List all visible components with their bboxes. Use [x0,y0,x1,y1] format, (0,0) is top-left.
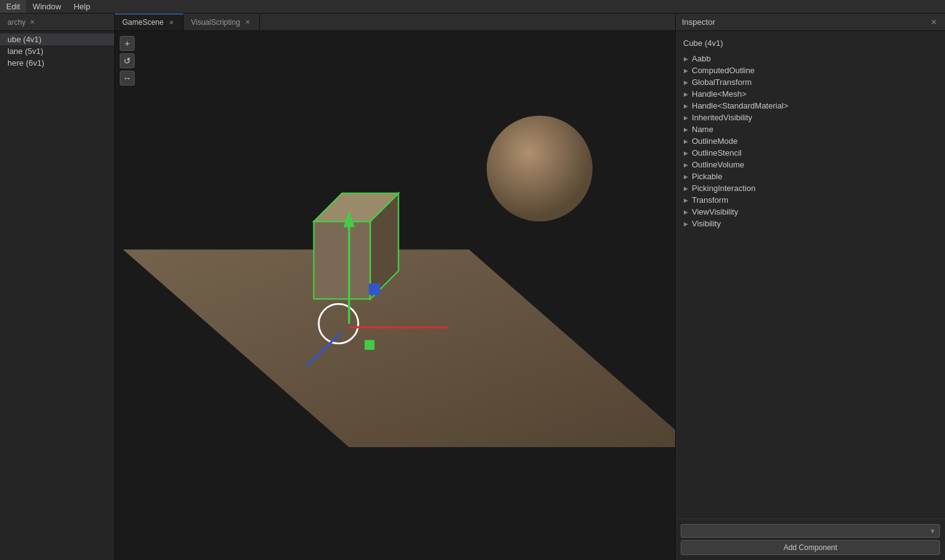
prop-label-outlinevolume: OutlineVolume [692,160,745,169]
prop-viewvisibility[interactable]: ▶ ViewVisibility [678,206,943,218]
toolbar-left: + ↺ ↔ [120,36,135,86]
prop-label-name: Name [692,125,714,134]
prop-label-inheritedvisibility: InheritedVisibility [692,113,752,122]
prop-pickinginteraction[interactable]: ▶ PickingInteraction [678,182,943,194]
inspector-title: Inspector [682,17,929,27]
prop-label-globaltransform: GlobalTransform [692,78,751,87]
prop-arrow-outlinemode: ▶ [682,138,689,145]
prop-arrow-computedoutline: ▶ [682,67,689,74]
inspector-panel: Inspector ✕ Cube (4v1) ▶ Aabb ▶ Computed… [675,14,945,560]
hierarchy-item-plane[interactable]: lane (5v1) [0,45,114,57]
menu-window[interactable]: Window [26,0,67,13]
prop-visibility[interactable]: ▶ Visibility [678,218,943,229]
hierarchy-tab-bar: archy ✕ [0,14,114,31]
inspector-content: Cube (4v1) ▶ Aabb ▶ ComputedOutline ▶ Gl… [676,31,945,518]
prop-computedoutline[interactable]: ▶ ComputedOutline [678,64,943,76]
move-button[interactable]: ↔ [120,71,135,86]
add-component-button[interactable]: Add Component [681,540,940,555]
menu-edit[interactable]: Edit [0,0,26,13]
inspector-close-icon[interactable]: ✕ [929,17,939,27]
prop-arrow-handlemesh: ▶ [682,91,689,98]
prop-inheritedvisibility[interactable]: ▶ InheritedVisibility [678,112,943,123]
svg-rect-15 [369,283,380,295]
prop-arrow-outlinevolume: ▶ [682,161,689,169]
prop-label-pickinginteraction: PickingInteraction [692,184,756,193]
prop-label-outlinemode: OutlineMode [692,136,738,146]
hierarchy-close-icon[interactable]: ✕ [28,18,37,27]
inspector-tab-bar: Inspector ✕ [676,14,945,31]
prop-label-transform: Transform [692,195,728,205]
inspector-footer: ▼ Add Component [676,518,945,560]
prop-arrow-inheritedvisibility: ▶ [682,114,689,122]
hierarchy-list: ube (4v1) lane (5v1) here (6v1) [0,31,114,560]
prop-name[interactable]: ▶ Name [678,123,943,135]
prop-label-aabb: Aabb [692,54,710,63]
svg-point-3 [486,115,593,221]
hierarchy-tab[interactable]: archy ✕ [5,18,39,27]
component-dropdown[interactable]: ▼ [681,524,940,538]
prop-outlinestencil[interactable]: ▶ OutlineStencil [678,147,943,159]
prop-arrow-globaltransform: ▶ [682,79,689,86]
scene-view [115,31,675,560]
main-area: archy ✕ ube (4v1) lane (5v1) here (6v1) … [0,14,945,560]
tab-gamescene-label: GameScene [122,18,164,27]
dropdown-arrow-icon: ▼ [929,528,936,535]
prop-outlinemode[interactable]: ▶ OutlineMode [678,135,943,147]
scene-tab-bar: GameScene ✕ VisualScripting ✕ [115,14,675,31]
prop-arrow-viewvisibility: ▶ [682,208,689,216]
hierarchy-tab-label: archy [7,18,25,27]
svg-marker-4 [314,221,370,299]
menu-bar: Edit Window Help [0,0,945,14]
prop-label-visibility: Visibility [692,219,721,228]
prop-label-pickable: Pickable [692,172,722,181]
prop-globaltransform[interactable]: ▶ GlobalTransform [678,76,943,88]
prop-label-viewvisibility: ViewVisibility [692,207,738,216]
prop-handlemesh[interactable]: ▶ Handle<Mesh> [678,88,943,100]
prop-label-handlemesh: Handle<Mesh> [692,89,746,99]
prop-arrow-transform: ▶ [682,197,689,204]
hierarchy-item-cube[interactable]: ube (4v1) [0,33,114,45]
prop-arrow-visibility: ▶ [682,220,689,228]
tab-visualscripting-label: VisualScripting [191,18,240,27]
hierarchy-panel: archy ✕ ube (4v1) lane (5v1) here (6v1) [0,14,115,560]
tab-gamescene[interactable]: GameScene ✕ [115,14,184,30]
menu-help[interactable]: Help [68,0,97,13]
inspector-object-name: Cube (4v1) [678,36,943,53]
add-component-label: Add Component [784,543,838,552]
prop-arrow-aabb: ▶ [682,55,689,63]
prop-transform[interactable]: ▶ Transform [678,194,943,206]
prop-aabb[interactable]: ▶ Aabb [678,53,943,64]
prop-label-handlestandardmaterial: Handle<StandardMaterial> [692,101,788,110]
prop-label-outlinestencil: OutlineStencil [692,148,741,158]
prop-arrow-outlinestencil: ▶ [682,149,689,157]
prop-arrow-pickable: ▶ [682,173,689,180]
prop-arrow-handlestandardmaterial: ▶ [682,102,689,110]
prop-arrow-pickinginteraction: ▶ [682,185,689,192]
viewport[interactable]: + ↺ ↔ [115,31,675,560]
add-button[interactable]: + [120,36,135,51]
tab-gamescene-close[interactable]: ✕ [167,18,176,27]
tab-visualscripting-close[interactable]: ✕ [243,18,252,27]
center-area: GameScene ✕ VisualScripting ✕ + ↺ ↔ [115,14,675,560]
prop-label-computedoutline: ComputedOutline [692,66,755,75]
svg-rect-16 [365,340,375,350]
prop-arrow-name: ▶ [682,126,689,133]
hierarchy-item-sphere[interactable]: here (6v1) [0,57,114,69]
refresh-button[interactable]: ↺ [120,53,135,68]
prop-pickable[interactable]: ▶ Pickable [678,171,943,182]
prop-outlinevolume[interactable]: ▶ OutlineVolume [678,159,943,171]
prop-handlestandardmaterial[interactable]: ▶ Handle<StandardMaterial> [678,100,943,112]
tab-visualscripting[interactable]: VisualScripting ✕ [184,14,260,30]
